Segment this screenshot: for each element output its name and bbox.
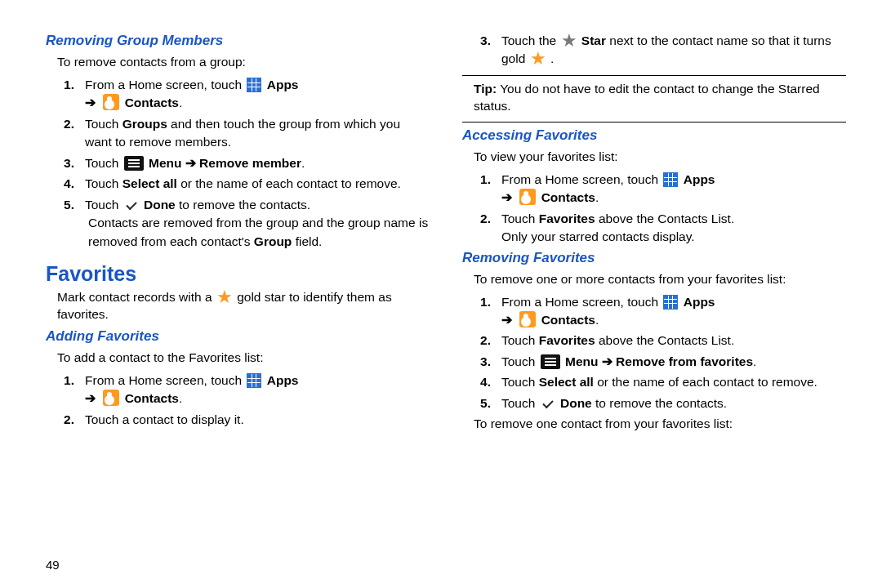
list-item: Touch Menu ➔ Remove from favorites. bbox=[485, 353, 846, 371]
page-number: 49 bbox=[46, 558, 60, 572]
arrow-icon: ➔ bbox=[501, 190, 512, 204]
list-item: Touch Groups and then touch the group fr… bbox=[69, 115, 430, 152]
list-item: From a Home screen, touch Apps ➔ Contact… bbox=[485, 293, 846, 330]
intro-text: To add a contact to the Favorites list: bbox=[57, 350, 430, 367]
apps-icon bbox=[663, 172, 678, 187]
star-orange-icon: ★ bbox=[216, 292, 233, 302]
steps-adding-favorites: From a Home screen, touch Apps ➔ Contact… bbox=[46, 372, 430, 429]
intro-text: To view your favorites list: bbox=[474, 149, 846, 166]
contacts-icon bbox=[103, 94, 119, 110]
contacts-icon bbox=[103, 390, 119, 406]
check-icon bbox=[541, 396, 555, 411]
divider bbox=[462, 75, 846, 76]
menu-icon bbox=[124, 156, 144, 171]
tip-text: Tip: You do not have to edit the contact… bbox=[474, 81, 846, 115]
star-orange-icon: ★ bbox=[530, 53, 546, 64]
steps-removing-group: From a Home screen, touch Apps ➔ Contact… bbox=[46, 76, 430, 251]
step-note: Contacts are removed from the group and … bbox=[88, 214, 430, 251]
steps-continued: Touch the ★ Star next to the contact nam… bbox=[462, 32, 846, 69]
list-item: From a Home screen, touch Apps ➔ Contact… bbox=[485, 171, 846, 207]
list-item: From a Home screen, touch Apps ➔ Contact… bbox=[69, 372, 430, 408]
list-item: Touch a contact to display it. bbox=[69, 411, 430, 429]
apps-icon bbox=[247, 78, 261, 92]
favorites-intro: Mark contact records with a ★ gold star … bbox=[57, 289, 430, 323]
right-column: Touch the ★ Star next to the contact nam… bbox=[462, 29, 846, 438]
heading-accessing-favorites: Accessing Favorites bbox=[462, 127, 846, 144]
list-item: From a Home screen, touch Apps ➔ Contact… bbox=[69, 76, 430, 113]
step-note: Only your starred contacts display. bbox=[501, 228, 846, 246]
arrow-icon: ➔ bbox=[501, 313, 512, 327]
menu-icon bbox=[541, 354, 560, 369]
intro-text: To remove one or more contacts from your… bbox=[474, 271, 846, 288]
divider bbox=[462, 122, 846, 122]
steps-accessing-favorites: From a Home screen, touch Apps ➔ Contact… bbox=[462, 171, 846, 247]
check-icon bbox=[124, 198, 139, 212]
contacts-icon bbox=[519, 189, 536, 205]
heading-favorites: Favorites bbox=[46, 262, 430, 286]
apps-icon bbox=[663, 295, 678, 310]
list-item: Touch Select all or the name of each con… bbox=[69, 175, 430, 193]
arrow-icon: ➔ bbox=[85, 96, 96, 109]
heading-removing-favorites: Removing Favorites bbox=[462, 250, 846, 266]
heading-removing-group: Removing Group Members bbox=[46, 33, 430, 49]
arrow-icon: ➔ bbox=[85, 391, 96, 405]
left-column: Removing Group Members To remove contact… bbox=[46, 29, 430, 438]
list-item: Touch the ★ Star next to the contact nam… bbox=[485, 32, 846, 69]
list-item: Touch Select all or the name of each con… bbox=[485, 373, 846, 391]
list-item: Touch Done to remove the contacts. Conta… bbox=[69, 196, 430, 251]
list-item: Touch Favorites above the Contacts List. bbox=[485, 332, 846, 350]
steps-removing-favorites: From a Home screen, touch Apps ➔ Contact… bbox=[462, 293, 846, 413]
list-item: Touch Done to remove the contacts. bbox=[485, 394, 846, 412]
star-grey-icon: ★ bbox=[561, 35, 577, 46]
document-page: Removing Group Members To remove contact… bbox=[0, 0, 882, 446]
trailer-text: To remove one contact from your favorite… bbox=[474, 416, 846, 433]
contacts-icon bbox=[519, 311, 536, 327]
list-item: Touch Favorites above the Contacts List.… bbox=[485, 210, 846, 247]
list-item: Touch Menu ➔ Remove member. bbox=[69, 154, 430, 172]
intro-text: To remove contacts from a group: bbox=[57, 54, 430, 71]
heading-adding-favorites: Adding Favorites bbox=[46, 328, 430, 345]
apps-icon bbox=[247, 373, 261, 388]
